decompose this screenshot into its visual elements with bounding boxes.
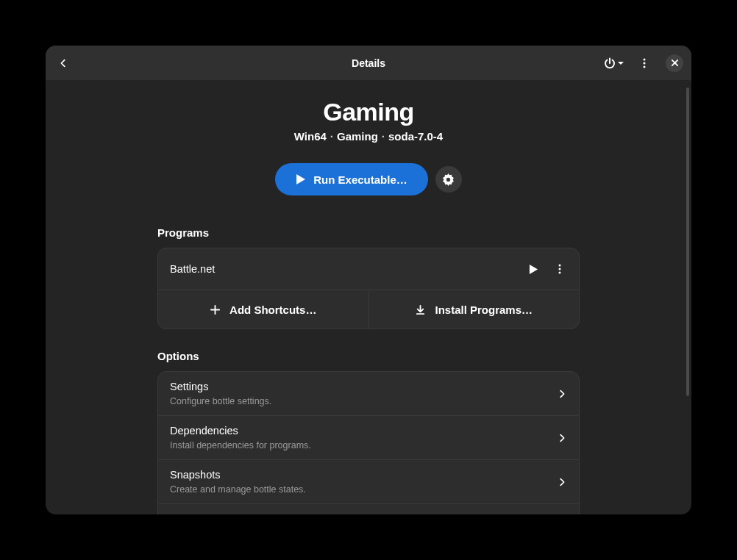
power-icon [604, 57, 616, 69]
run-executable-label: Run Executable… [313, 173, 407, 186]
plus-icon [210, 304, 221, 315]
programs-section: Programs Battle.net Add Shortcuts… [157, 212, 580, 335]
bottle-env: Gaming [337, 130, 378, 143]
chevron-right-icon [557, 433, 567, 443]
option-settings[interactable]: Settings Configure bottle settings. [158, 372, 579, 416]
main-menu-button[interactable] [632, 51, 657, 76]
bottle-subtitle: Win64·Gaming·soda-7.0-4 [46, 130, 691, 143]
add-shortcuts-label: Add Shortcuts… [229, 304, 316, 316]
content-scroll[interactable]: Gaming Win64·Gaming·soda-7.0-4 Run Execu… [46, 80, 691, 514]
programs-heading: Programs [157, 218, 580, 248]
back-icon [58, 58, 68, 68]
add-shortcuts-button[interactable]: Add Shortcuts… [158, 291, 369, 329]
option-title: Dependencies [170, 424, 557, 438]
program-name: Battle.net [170, 263, 520, 275]
chevron-right-icon [557, 389, 567, 399]
close-button[interactable] [666, 54, 683, 72]
svg-point-4 [559, 268, 561, 270]
option-subtitle: Create and manage bottle states. [170, 484, 557, 495]
svg-point-3 [559, 265, 561, 267]
header-bar: Details [46, 46, 691, 80]
close-icon [671, 59, 679, 67]
run-executable-button[interactable]: Run Executable… [275, 163, 428, 195]
option-snapshots[interactable]: Snapshots Create and manage bottle state… [158, 460, 579, 504]
svg-point-2 [644, 65, 646, 68]
program-menu-button[interactable] [546, 256, 573, 282]
kebab-icon [554, 263, 566, 275]
option-title: Task Manager [170, 512, 557, 514]
option-title: Settings [170, 380, 557, 394]
options-section: Options Settings Configure bottle settin… [157, 335, 580, 514]
bottle-arch: Win64 [294, 130, 327, 143]
chevron-down-icon [617, 60, 624, 67]
bottle-title: Gaming [46, 98, 691, 126]
option-subtitle: Install dependencies for programs. [170, 439, 557, 451]
program-row: Battle.net [158, 248, 579, 290]
option-subtitle: Configure bottle settings. [170, 395, 557, 407]
window: Details Gaming Win64·Gaming·soda-7.0-4 [46, 46, 691, 514]
options-heading: Options [157, 341, 580, 371]
download-icon [415, 304, 426, 315]
options-list: Settings Configure bottle settings. Depe… [157, 371, 580, 514]
option-task-manager[interactable]: Task Manager Manage running programs. [158, 504, 579, 514]
kebab-icon [638, 57, 650, 69]
hero-actions: Run Executable… [46, 163, 691, 195]
program-play-button[interactable] [520, 256, 546, 282]
header-left [51, 51, 76, 76]
back-button[interactable] [51, 51, 76, 76]
svg-point-1 [644, 62, 646, 64]
option-dependencies[interactable]: Dependencies Install dependencies for pr… [158, 416, 579, 460]
install-programs-label: Install Programs… [435, 304, 533, 316]
install-programs-button[interactable]: Install Programs… [369, 291, 580, 329]
bottle-runner: soda-7.0-4 [388, 130, 443, 143]
preferences-button[interactable] [435, 166, 462, 193]
play-icon [529, 264, 538, 275]
header-right [599, 51, 686, 76]
programs-list: Battle.net Add Shortcuts… Ins [157, 248, 580, 329]
svg-point-0 [644, 58, 646, 60]
gear-icon [442, 173, 455, 186]
page-title: Details [352, 57, 385, 69]
hero: Gaming Win64·Gaming·soda-7.0-4 Run Execu… [46, 80, 691, 212]
play-icon [296, 173, 306, 185]
scrollbar-thumb[interactable] [686, 87, 689, 396]
svg-point-5 [559, 272, 561, 274]
chevron-right-icon [557, 477, 567, 487]
option-title: Snapshots [170, 468, 557, 482]
programs-actions-row: Add Shortcuts… Install Programs… [158, 290, 579, 329]
power-menu-button[interactable] [599, 51, 629, 76]
